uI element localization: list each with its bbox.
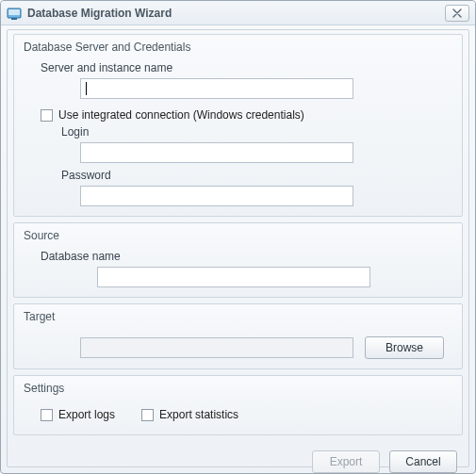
target-path-input[interactable] [80,337,353,358]
password-label: Password [61,169,452,182]
database-name-input[interactable] [97,267,370,287]
server-name-label: Server and instance name [41,61,452,74]
close-button[interactable] [445,5,469,22]
client-area: Database Server and Credentials Server a… [7,29,469,467]
integrated-connection-label: Use integrated connection (Windows crede… [58,108,304,122]
browse-button[interactable]: Browse [365,336,444,359]
titlebar[interactable]: Database Migration Wizard [1,1,475,25]
group-credentials-title: Database Server and Credentials [24,39,452,59]
export-statistics-checkbox[interactable] [141,409,154,421]
export-button[interactable]: Export [312,450,380,473]
export-logs-label: Export logs [58,408,115,421]
server-name-input[interactable] [80,78,353,99]
group-source: Source Database name [13,222,463,298]
app-icon [7,6,22,21]
export-logs-checkbox[interactable] [41,409,53,421]
database-name-label: Database name [41,250,452,263]
login-label: Login [61,125,125,139]
svg-rect-2 [11,18,17,20]
group-source-title: Source [24,227,452,248]
password-input[interactable] [80,186,353,206]
export-statistics-label: Export statistics [159,408,238,421]
dialog-button-bar: Export Cancel [13,441,463,474]
group-target-title: Target [24,308,452,329]
svg-rect-1 [8,9,20,15]
group-settings: Settings Export logs Export statistics [13,375,463,435]
login-input[interactable] [80,142,353,163]
window-title: Database Migration Wizard [27,7,445,20]
group-target: Target Browse [13,303,463,369]
text-caret [86,82,87,95]
group-credentials: Database Server and Credentials Server a… [13,34,463,217]
cancel-button[interactable]: Cancel [389,450,457,473]
integrated-connection-checkbox[interactable] [41,109,53,122]
group-settings-title: Settings [24,380,452,400]
dialog-window: Database Migration Wizard Database Serve… [0,0,476,474]
